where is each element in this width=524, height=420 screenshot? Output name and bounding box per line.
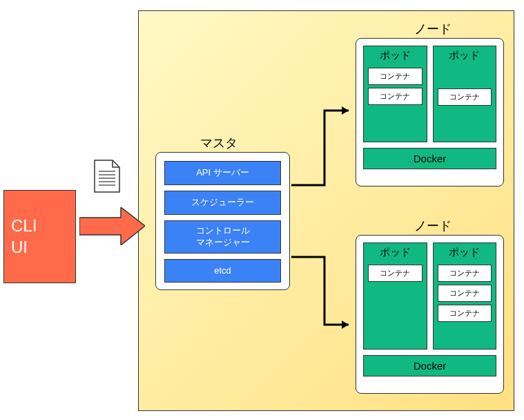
node1-label: ノード <box>414 21 452 37</box>
arrow-to-node2-icon <box>290 256 359 332</box>
container-box: コンテナ <box>438 285 492 302</box>
container-box: コンテナ <box>368 88 423 105</box>
container-box: コンテナ <box>438 265 492 282</box>
pod-label: ポッド <box>380 243 411 263</box>
master-box: API サーバー スケジューラー コントロール マネージャー etcd <box>155 152 290 290</box>
cli-ui-box: CLI UI <box>3 190 76 283</box>
cli-label-1: CLI <box>11 215 68 236</box>
docker-box: Docker <box>363 355 496 376</box>
docker-box: Docker <box>363 148 496 169</box>
node1-pod1: ポッド コンテナ コンテナ <box>363 46 427 142</box>
controller-line-1: コントロール <box>168 225 278 237</box>
pod-label: ポッド <box>449 46 480 66</box>
controller-manager-box: コントロール マネージャー <box>164 220 281 254</box>
container-box: コンテナ <box>438 88 492 106</box>
document-icon <box>93 159 121 193</box>
node2-pod2: ポッド コンテナ コンテナ コンテナ <box>433 242 497 350</box>
pod-label: ポッド <box>380 46 411 66</box>
node2-box: ポッド コンテナ ポッド コンテナ コンテナ コンテナ Docker <box>356 235 504 394</box>
node1-pod2: ポッド コンテナ <box>433 46 497 142</box>
container-box: コンテナ <box>368 265 423 282</box>
input-arrow-icon <box>79 207 145 245</box>
node2-pod1: ポッド コンテナ <box>363 242 427 350</box>
node1-box: ポッド コンテナ コンテナ ポッド コンテナ Docker <box>356 38 504 187</box>
master-label: マスタ <box>200 135 237 151</box>
cli-label-2: UI <box>11 236 68 258</box>
node2-label: ノード <box>414 218 452 234</box>
etcd-box: etcd <box>164 259 281 283</box>
container-box: コンテナ <box>438 305 492 322</box>
arrow-to-node1-icon <box>290 104 359 187</box>
scheduler-box: スケジューラー <box>164 191 281 215</box>
container-box: コンテナ <box>368 68 423 85</box>
controller-line-2: マネージャー <box>168 237 278 249</box>
pod-label: ポッド <box>449 243 480 263</box>
api-server-box: API サーバー <box>164 161 281 185</box>
